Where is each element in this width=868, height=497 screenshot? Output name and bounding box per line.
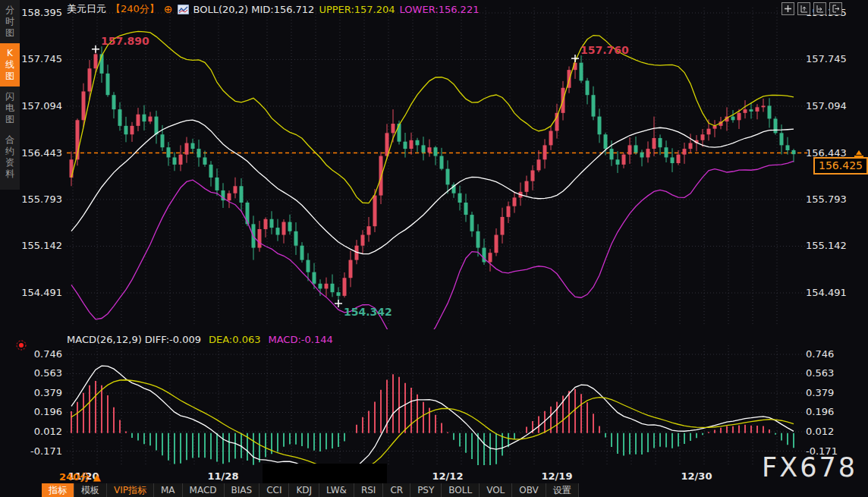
price-axis-label-left: 155.793 bbox=[18, 193, 62, 205]
toolbar-item-10[interactable]: CR bbox=[383, 483, 410, 497]
boll-lower-readout: LOWER:156.221 bbox=[400, 4, 480, 15]
period-selector[interactable]: 240分 ▲ bbox=[59, 470, 101, 484]
date-label: 12/19 bbox=[536, 470, 578, 482]
macd-header: MACD(26,12,9) DIFF:-0.009 DEA:0.063 MACD… bbox=[67, 334, 333, 345]
symbol-name: 美元日元 bbox=[67, 2, 106, 16]
redacted-area bbox=[263, 464, 387, 484]
macd-value-readout: MACD:-0.144 bbox=[268, 334, 332, 345]
svg-text:154.342: 154.342 bbox=[344, 306, 392, 318]
macd-axis-label-left: 0.746 bbox=[18, 348, 62, 360]
trading-app: 157.890157.760154.342 分 时 图K 线 图闪 电 图合 约… bbox=[0, 0, 868, 497]
toolbar-item-14[interactable]: OBV bbox=[512, 483, 546, 497]
price-axis-label-left: 156.443 bbox=[18, 147, 62, 159]
price-axis-label-left: 157.745 bbox=[18, 53, 62, 64]
toolbar-item-7[interactable]: KDJ bbox=[289, 483, 319, 497]
date-label: 12/30 bbox=[675, 470, 718, 482]
toolbar-item-0[interactable]: 指标 bbox=[42, 483, 74, 497]
toolbar-item-1[interactable]: 模板 bbox=[74, 483, 107, 497]
chart-toolbar-icons bbox=[782, 2, 842, 15]
macd-axis-label-right: 0.563 bbox=[806, 367, 859, 379]
chart-header: 美元日元 【240分】 ⊕ BOLL(20,2) MID:156.712 UPP… bbox=[67, 2, 479, 16]
chart-type-icon[interactable] bbox=[178, 5, 189, 14]
boll-upper-readout: UPPER:157.204 bbox=[319, 4, 395, 15]
indicator-toolbar: 指标模板VIP指标MAMACDBIASCCIKDJLW&RSICRPSYBOLL… bbox=[42, 483, 579, 497]
price-axis-label-right: 155.793 bbox=[806, 193, 859, 205]
period-label: 【240分】 bbox=[111, 2, 159, 16]
watermark: FX678 bbox=[762, 452, 857, 483]
macd-axis-label-left: 0.563 bbox=[18, 367, 62, 379]
svg-text:157.890: 157.890 bbox=[101, 35, 149, 47]
sidebar-tab-3[interactable]: 合 约 资 料 bbox=[0, 130, 20, 184]
macd-axis-label-left: 0.196 bbox=[18, 406, 62, 417]
toolbar-item-8[interactable]: LW& bbox=[319, 483, 354, 497]
price-axis-label-left: 155.142 bbox=[18, 240, 62, 251]
toolbar-item-15[interactable]: 设置 bbox=[546, 483, 579, 497]
macd-axis-label-left: -0.171 bbox=[18, 445, 62, 457]
toolbar-item-6[interactable]: CCI bbox=[259, 483, 289, 497]
toolbar-item-2[interactable]: VIP指标 bbox=[107, 483, 154, 497]
toolbar-item-4[interactable]: MACD bbox=[183, 483, 225, 497]
chart-canvas[interactable]: 157.890157.760154.342 bbox=[0, 0, 868, 497]
date-label: 12/12 bbox=[426, 470, 469, 482]
price-axis-label-right: 155.142 bbox=[806, 240, 859, 251]
svg-text:157.760: 157.760 bbox=[580, 44, 629, 56]
price-alert-marker-icon[interactable] bbox=[853, 148, 865, 162]
sidebar-tab-0[interactable]: 分 时 图 bbox=[0, 0, 20, 43]
sidebar-chart-modes: 分 时 图K 线 图闪 电 图合 约 资 料 bbox=[0, 0, 20, 190]
toolbar-item-9[interactable]: RSI bbox=[354, 483, 384, 497]
toolbar-item-3[interactable]: MA bbox=[154, 483, 183, 497]
add-indicator-icon[interactable]: ⊕ bbox=[164, 3, 173, 15]
macd-axis-label-right: 0.196 bbox=[806, 406, 859, 417]
macd-axis-label-right: 0.746 bbox=[806, 348, 859, 360]
toolbar-item-5[interactable]: BIAS bbox=[225, 483, 260, 497]
macd-axis-label-right: 0.379 bbox=[806, 387, 859, 398]
sidebar-tab-1[interactable]: K 线 图 bbox=[0, 43, 20, 87]
toolbar-item-12[interactable]: BOLL bbox=[442, 483, 480, 497]
boll-mid-readout: BOLL(20,2) MID:156.712 bbox=[193, 4, 315, 15]
crosshair-icon[interactable] bbox=[782, 2, 794, 15]
macd-dea-readout: DEA:0.063 bbox=[209, 334, 261, 345]
price-axis-label-left: 157.094 bbox=[18, 100, 62, 112]
scale-vertical-axis-icon[interactable] bbox=[797, 2, 810, 15]
toolbar-item-13[interactable]: VOL bbox=[480, 483, 512, 497]
sidebar-tab-2[interactable]: 闪 电 图 bbox=[0, 87, 20, 130]
exit-panel-icon[interactable] bbox=[829, 2, 842, 15]
macd-diff-readout: MACD(26,12,9) DIFF:-0.009 bbox=[67, 334, 201, 345]
macd-axis-label-left: 0.012 bbox=[18, 426, 62, 437]
price-axis-label-right: 157.094 bbox=[806, 100, 859, 112]
price-axis-label-left: 158.395 bbox=[18, 7, 62, 18]
macd-axis-label-right: 0.012 bbox=[806, 426, 859, 437]
date-label: 11/28 bbox=[202, 470, 244, 482]
macd-axis-label-left: 0.379 bbox=[18, 387, 62, 398]
price-axis-label-right: 154.491 bbox=[806, 287, 859, 298]
price-axis-label-right: 157.745 bbox=[806, 53, 859, 64]
scale-horizontal-axis-icon[interactable] bbox=[813, 2, 826, 15]
price-axis-label-left: 154.491 bbox=[18, 287, 62, 298]
toolbar-item-11[interactable]: PSY bbox=[410, 483, 442, 497]
